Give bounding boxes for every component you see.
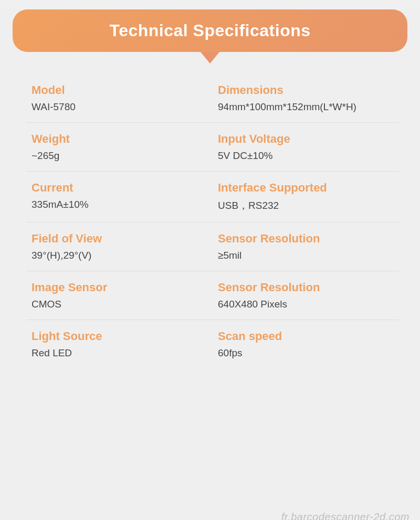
spec-label-left-4: Image Sensor xyxy=(32,281,202,294)
header-arrow xyxy=(201,52,219,63)
spec-right-2: Interface SupportedUSB，RS232 xyxy=(213,172,399,222)
spec-label-right-3: Sensor Resolution xyxy=(218,232,388,246)
spec-right-4: Sensor Resolution640X480 Pixels xyxy=(213,271,399,320)
spec-left-3: Field of View39°(H),29°(V) xyxy=(26,222,213,271)
spec-label-right-0: Dimensions xyxy=(218,83,388,97)
spec-value-left-4: CMOS xyxy=(32,299,202,310)
spec-right-0: Dimensions94mm*100mm*152mm(L*W*H) xyxy=(213,74,399,122)
spec-value-left-0: WAI-5780 xyxy=(32,101,202,113)
spec-label-right-2: Interface Supported xyxy=(218,181,388,195)
spec-left-0: ModelWAI-5780 xyxy=(26,74,213,122)
spec-value-right-3: ≥5mil xyxy=(218,250,388,261)
spec-left-5: Light SourceRed LED xyxy=(26,320,213,368)
header-banner: Technical Specifications xyxy=(13,9,407,52)
spec-label-right-4: Sensor Resolution xyxy=(218,281,388,294)
spec-label-left-2: Current xyxy=(32,181,202,195)
spec-value-left-2: 335mA±10% xyxy=(32,199,202,210)
spec-label-left-5: Light Source xyxy=(32,330,202,343)
spec-left-1: Weight~265g xyxy=(26,123,213,171)
spec-right-3: Sensor Resolution≥5mil xyxy=(213,222,399,271)
spec-value-left-3: 39°(H),29°(V) xyxy=(32,250,202,261)
spec-label-left-0: Model xyxy=(32,83,202,97)
spec-value-right-5: 60fps xyxy=(218,347,388,359)
spec-right-5: Scan speed60fps xyxy=(213,320,399,368)
page-title: Technical Specifications xyxy=(28,21,392,40)
spec-left-4: Image SensorCMOS xyxy=(26,271,213,320)
spec-label-right-1: Input Voltage xyxy=(218,132,388,146)
spec-left-2: Current335mA±10% xyxy=(26,172,213,222)
spec-value-right-1: 5V DC±10% xyxy=(218,150,388,162)
spec-label-left-3: Field of View xyxy=(32,232,202,246)
spec-label-left-1: Weight xyxy=(32,132,202,146)
spec-right-1: Input Voltage5V DC±10% xyxy=(213,123,399,171)
spec-value-right-0: 94mm*100mm*152mm(L*W*H) xyxy=(218,101,388,113)
specs-grid: ModelWAI-5780Dimensions94mm*100mm*152mm(… xyxy=(0,63,420,374)
spec-value-right-2: USB，RS232 xyxy=(218,199,388,213)
spec-value-right-4: 640X480 Pixels xyxy=(218,299,388,310)
watermark: fr.barcodescanner-2d.com xyxy=(281,511,410,520)
spec-value-left-1: ~265g xyxy=(32,150,202,162)
spec-value-left-5: Red LED xyxy=(32,347,202,359)
page-wrapper: Technical Specifications ModelWAI-5780Di… xyxy=(0,9,420,520)
spec-label-right-5: Scan speed xyxy=(218,330,388,343)
